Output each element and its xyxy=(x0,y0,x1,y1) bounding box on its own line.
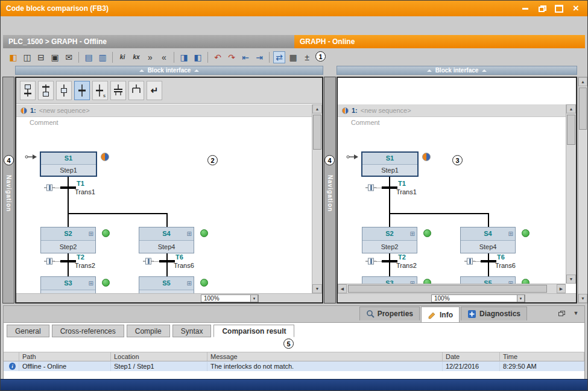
navigation-strip-online[interactable]: Navigation 4 xyxy=(324,77,336,304)
chevron-down-icon[interactable] xyxy=(250,294,258,302)
transition-t2[interactable] xyxy=(60,260,76,262)
transition-t1[interactable] xyxy=(382,186,397,189)
step-s4[interactable]: S4 Step4 xyxy=(139,227,194,253)
insert-step-and-transition-icon[interactable] xyxy=(20,81,36,100)
transition-t2[interactable] xyxy=(382,260,397,262)
block-interface-bar-offline[interactable]: Block interface xyxy=(15,66,323,75)
minimize-icon[interactable] xyxy=(519,3,531,14)
detail-view-icon[interactable]: ▣ xyxy=(49,51,61,63)
zoom-select[interactable]: 100% xyxy=(201,294,259,302)
step-s4[interactable]: S4 Step4 xyxy=(460,227,516,253)
scrollbar-thumb[interactable] xyxy=(579,87,587,130)
absolute-operands-icon[interactable]: kx xyxy=(130,51,142,63)
close-branch-return-icon[interactable] xyxy=(147,81,162,100)
column-time[interactable]: Time xyxy=(500,352,584,361)
insert-transition-and-step-icon[interactable] xyxy=(38,81,54,100)
float-panel-icon[interactable] xyxy=(557,309,566,317)
table-row[interactable]: Offline - Online Step1 / Step1 The inter… xyxy=(4,361,584,371)
open-all-networks-icon[interactable]: » xyxy=(144,51,156,63)
column-path[interactable]: Path xyxy=(19,352,111,361)
step-s1[interactable]: S1 Step1 xyxy=(40,151,97,177)
synchronize-scrolling-icon[interactable]: ⇄ xyxy=(273,51,285,63)
compare-editors-icon[interactable]: ◧ xyxy=(7,51,19,63)
tab-properties[interactable]: Properties xyxy=(359,307,420,320)
left-pane-table-icon[interactable]: ◨ xyxy=(178,51,190,63)
first-difference-icon[interactable]: ⇤ xyxy=(239,51,251,63)
close-all-networks-icon[interactable]: « xyxy=(158,51,170,63)
symbolic-operands-icon[interactable]: ki xyxy=(116,51,128,63)
scroll-left-icon[interactable] xyxy=(338,284,347,293)
tab-diagnostics[interactable]: Diagnostics xyxy=(461,307,527,320)
comparison-criteria-icon[interactable]: ▦ xyxy=(287,51,299,63)
column-date[interactable]: Date xyxy=(443,352,500,361)
pane-vertical-scrollbar[interactable] xyxy=(578,77,588,304)
subtab-comparison-result[interactable]: Comparison result xyxy=(213,325,294,337)
toolbar-divider xyxy=(174,52,174,63)
insert-step-icon[interactable] xyxy=(56,81,72,100)
step-id: S1 xyxy=(65,154,72,162)
online-horizontal-scrollbar[interactable] xyxy=(338,284,566,293)
row-icon-cell xyxy=(4,361,19,371)
insert-alternative-branch-icon[interactable] xyxy=(128,81,144,100)
step-id: S2 xyxy=(64,230,72,237)
insert-step-named-icon[interactable]: s xyxy=(92,81,108,100)
chevron-down-icon[interactable] xyxy=(517,294,525,302)
scrollbar-thumb[interactable] xyxy=(567,115,575,145)
subtab-cross-references[interactable]: Cross-references xyxy=(52,325,124,337)
next-difference-icon[interactable]: ↷ xyxy=(226,51,238,63)
collapse-panel-icon[interactable] xyxy=(571,309,581,317)
scroll-up-icon[interactable] xyxy=(566,104,576,113)
scroll-down-icon[interactable] xyxy=(578,294,587,303)
close-icon[interactable] xyxy=(570,3,582,14)
step-s2[interactable]: S2 Step2 xyxy=(40,227,96,253)
tab-info[interactable]: Info xyxy=(421,307,460,322)
column-location[interactable]: Location xyxy=(111,352,207,361)
transition-t6[interactable] xyxy=(159,260,175,262)
transition-t1[interactable] xyxy=(60,186,76,189)
online-vertical-scrollbar[interactable] xyxy=(566,104,576,284)
offline-pane-title: PLC_1500 > GRAPH - Offline xyxy=(8,37,107,46)
scroll-up-icon[interactable] xyxy=(312,104,322,113)
restore-icon[interactable] xyxy=(536,3,548,14)
send-mail-icon[interactable]: ✉ xyxy=(63,51,75,63)
split-horizontal-icon[interactable]: ⊟ xyxy=(35,51,47,63)
edit-criteria-icon[interactable]: ▤ xyxy=(83,51,95,63)
previous-difference-icon[interactable]: ↶ xyxy=(212,51,224,63)
block-interface-bar-online[interactable]: Block interface xyxy=(337,66,577,75)
scroll-right-icon[interactable] xyxy=(557,284,566,293)
sequence-comment[interactable]: Comment xyxy=(30,119,58,126)
sequence-header[interactable]: 1: <new sequence> xyxy=(16,104,312,117)
scroll-up-icon[interactable] xyxy=(578,77,587,86)
scrollbar-thumb[interactable] xyxy=(348,285,547,293)
last-difference-icon[interactable]: ⇥ xyxy=(253,51,265,63)
zoom-select[interactable]: 100% xyxy=(431,294,525,302)
column-message[interactable]: Message xyxy=(207,352,443,361)
step-s1[interactable]: S1 Step1 xyxy=(361,151,419,177)
scroll-down-icon[interactable] xyxy=(566,275,576,284)
column-icon[interactable] xyxy=(4,352,19,361)
expand-collapse-differences-icon[interactable]: ± xyxy=(301,51,313,63)
insert-simultaneous-branch-icon[interactable] xyxy=(110,81,126,100)
sequence-comment[interactable]: Comment xyxy=(351,119,380,126)
panel-controls xyxy=(557,309,581,317)
step-id: S2 xyxy=(385,230,393,237)
insert-transition-icon[interactable] xyxy=(74,81,90,100)
scroll-down-icon[interactable] xyxy=(312,284,322,293)
transition-condition-icon xyxy=(464,258,475,265)
row-location: Step1 / Step1 xyxy=(111,361,207,371)
right-pane-table-icon[interactable]: ◧ xyxy=(192,51,204,63)
split-vertical-icon[interactable]: ◫ xyxy=(21,51,33,63)
step-s2[interactable]: S2 Step2 xyxy=(362,227,417,253)
subtab-compile[interactable]: Compile xyxy=(127,325,170,337)
scrollbar-thumb[interactable] xyxy=(313,115,321,150)
subtab-syntax[interactable]: Syntax xyxy=(172,325,212,337)
offline-vertical-scrollbar[interactable] xyxy=(312,104,322,293)
navigation-strip-offline[interactable]: Navigation 4 xyxy=(2,77,14,304)
condition-link-line xyxy=(376,188,382,188)
subtab-general[interactable]: General xyxy=(7,325,49,337)
maximize-icon[interactable] xyxy=(553,3,565,14)
delete-criteria-icon[interactable]: ▥ xyxy=(96,51,109,63)
sequence-header[interactable]: 1: <new sequence> xyxy=(338,104,566,117)
info-icon xyxy=(428,310,437,319)
transition-t6[interactable] xyxy=(481,260,496,262)
